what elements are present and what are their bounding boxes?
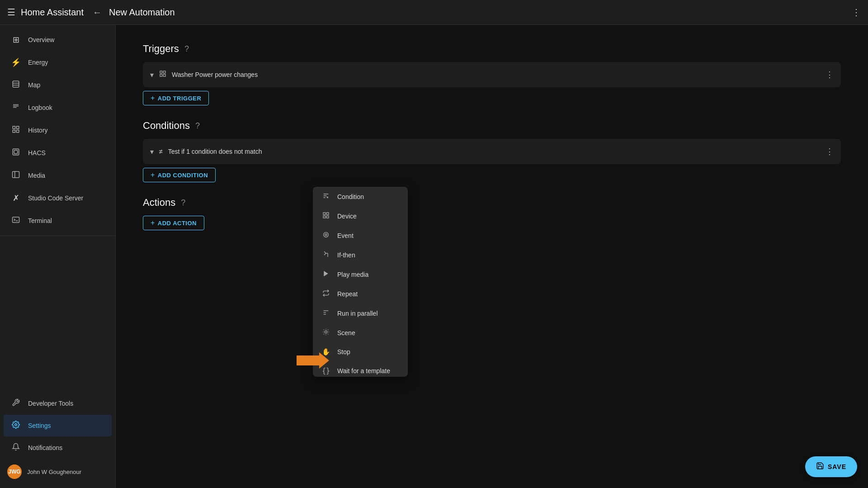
dropdown-item-event[interactable]: Event [313,226,408,245]
sidebar-item-studio[interactable]: ✗ Studio Code Server [4,187,112,209]
scene-menu-icon [322,328,330,337]
dropdown-label-run-parallel: Run in parallel [337,310,378,317]
developer-icon [11,398,21,409]
sidebar-label-studio: Studio Code Server [28,194,83,202]
triggers-title: Triggers [143,43,179,55]
triggers-section: Triggers ? ▾ Washer Power power changes … [143,43,841,105]
sidebar-label-logbook: Logbook [28,104,52,111]
svg-point-26 [324,232,329,237]
add-trigger-button[interactable]: + ADD TRIGGER [143,91,209,105]
sidebar-label-map: Map [28,81,40,89]
main-layout: ⊞ Overview ⚡ Energy Map Logbook History [0,25,868,488]
action-dropdown-menu: Condition Device Event [313,187,408,377]
dropdown-item-scene[interactable]: Scene [313,323,408,342]
svg-rect-23 [326,216,329,218]
sidebar-item-overview[interactable]: ⊞ Overview [4,29,112,51]
avatar: JWG [7,464,22,479]
sidebar-item-hacs[interactable]: HACS [4,142,112,164]
conditions-help-icon[interactable]: ? [195,121,200,131]
dropdown-label-if-then: If-then [337,251,355,259]
svg-point-25 [325,234,327,236]
sidebar-item-media[interactable]: Media [4,165,112,186]
sidebar-item-energy[interactable]: ⚡ Energy [4,52,112,73]
svg-point-16 [15,423,17,426]
condition-card: ▾ ≠ Test if 1 condition does not match ⋮ [143,139,841,164]
svg-rect-9 [13,130,15,132]
dropdown-label-repeat: Repeat [337,290,358,298]
svg-rect-24 [323,216,326,218]
user-name: John W Goughenour [27,469,81,475]
trigger-type-icon [159,70,166,79]
dropdown-item-repeat[interactable]: Repeat [313,284,408,303]
dropdown-item-if-then[interactable]: If-then [313,245,408,265]
actions-header: Actions ? [143,197,841,208]
arrow-head [319,352,329,369]
trigger-card: ▾ Washer Power power changes ⋮ [143,62,841,87]
history-icon [11,125,21,136]
add-action-button[interactable]: + ADD ACTION [143,216,204,230]
condition-menu-icon [322,192,330,201]
actions-title: Actions [143,197,175,208]
event-menu-icon [322,231,330,240]
settings-icon [11,421,21,431]
overview-icon: ⊞ [11,35,21,45]
sidebar-label-media: Media [28,172,45,179]
sidebar-item-terminal[interactable]: Terminal [4,210,112,232]
trigger-collapse-icon[interactable]: ▾ [150,71,154,79]
menu-icon[interactable]: ☰ [7,7,15,18]
dropdown-item-run-parallel[interactable]: Run in parallel [313,303,408,323]
dropdown-label-condition: Condition [337,193,364,200]
dropdown-item-play-media[interactable]: Play media [313,265,408,284]
hacs-icon [11,148,21,158]
actions-section: Actions ? + ADD ACTION [143,197,841,230]
more-options-icon[interactable]: ⋮ [852,7,861,18]
dropdown-item-device[interactable]: Device [313,206,408,226]
svg-rect-18 [163,71,165,73]
save-label: SAVE [828,463,846,470]
add-trigger-plus: + [151,94,155,102]
triggers-help-icon[interactable]: ? [184,44,189,54]
sidebar: ⊞ Overview ⚡ Energy Map Logbook History [0,25,116,488]
sidebar-item-settings[interactable]: Settings [4,415,112,436]
sidebar-item-notifications[interactable]: Notifications [4,437,112,459]
topbar: ☰ Home Assistant ← New Automation ⋮ [0,0,868,25]
svg-rect-7 [17,126,19,128]
content-area: Triggers ? ▾ Washer Power power changes … [116,25,868,488]
dropdown-scroll-area: Condition Device Event [313,187,408,377]
sidebar-bottom: Developer Tools Settings Notifications J… [0,392,115,488]
triggers-header: Triggers ? [143,43,841,55]
svg-point-33 [325,331,327,333]
energy-icon: ⚡ [11,57,21,67]
dropdown-item-condition[interactable]: Condition [313,187,408,206]
add-trigger-label: ADD TRIGGER [158,95,202,102]
trigger-more-icon[interactable]: ⋮ [826,70,834,80]
sidebar-item-map[interactable]: Map [4,74,112,96]
svg-rect-20 [160,74,162,76]
svg-line-36 [324,330,324,330]
sidebar-item-history[interactable]: History [4,119,112,141]
sidebar-item-developer[interactable]: Developer Tools [4,393,112,414]
back-button[interactable]: ← [93,7,102,18]
condition-collapse-icon[interactable]: ▾ [150,147,154,156]
sidebar-divider [0,236,115,236]
condition-more-icon[interactable]: ⋮ [826,147,834,156]
sidebar-user[interactable]: JWG John W Goughenour [0,459,115,484]
notifications-icon [11,443,21,453]
sidebar-item-logbook[interactable]: Logbook [4,97,112,118]
add-condition-button[interactable]: + ADD CONDITION [143,168,216,182]
trigger-label: Washer Power power changes [172,71,826,78]
map-icon [11,80,21,90]
dropdown-label-play-media: Play media [337,271,368,278]
sidebar-label-history: History [28,127,48,134]
studio-icon: ✗ [11,193,21,203]
conditions-title: Conditions [143,120,190,132]
svg-rect-6 [13,126,15,128]
svg-rect-0 [13,81,19,87]
svg-rect-14 [13,217,19,223]
condition-label: Test if 1 condition does not match [168,148,826,155]
svg-rect-11 [14,150,18,154]
save-button[interactable]: SAVE [805,456,857,477]
actions-help-icon[interactable]: ? [181,198,185,208]
conditions-header: Conditions ? [143,120,841,132]
repeat-menu-icon [322,289,330,298]
